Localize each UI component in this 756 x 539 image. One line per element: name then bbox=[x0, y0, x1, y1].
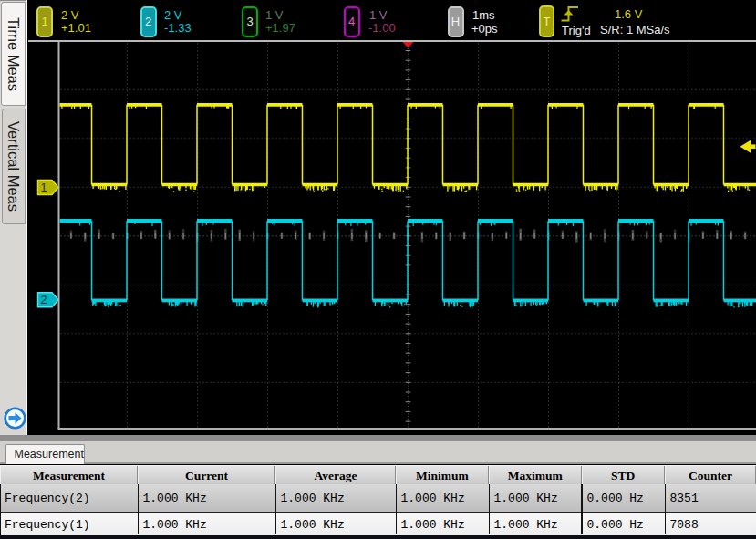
svg-text:2: 2 bbox=[41, 294, 47, 306]
svg-text:1: 1 bbox=[41, 181, 47, 194]
